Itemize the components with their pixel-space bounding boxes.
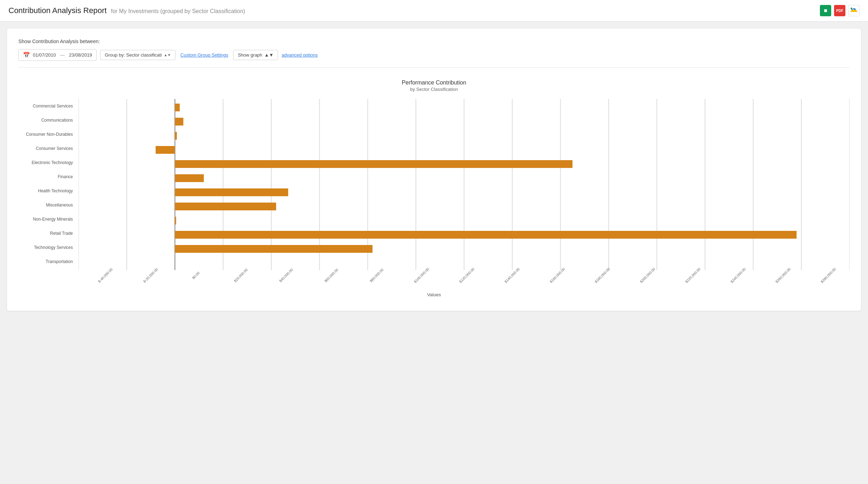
date-end: 23/08/2019 — [69, 52, 92, 58]
y-axis-label: Health Technology — [18, 184, 76, 198]
y-axis-label: Consumer Services — [18, 141, 76, 156]
svg-rect-26 — [175, 217, 176, 224]
y-axis-label: Consumer Non-Durables — [18, 127, 76, 141]
y-axis-label: Transportation — [18, 255, 76, 269]
date-separator: — — [59, 52, 66, 58]
main-content: Show Contribution Analysis between: 📅 01… — [0, 22, 868, 318]
svg-rect-25 — [175, 203, 276, 210]
svg-rect-23 — [175, 174, 204, 182]
pdf-export-button[interactable]: PDF — [834, 5, 845, 16]
group-by-arrow-icon: ▲▼ — [164, 53, 171, 57]
svg-rect-18 — [175, 104, 180, 111]
filter-row: 📅 01/07/2010 — 23/08/2019 Group by: Sect… — [18, 49, 850, 61]
show-graph-label: Show graph — [238, 52, 262, 58]
svg-rect-19 — [175, 118, 184, 126]
header: Contribution Analysis Report for My Inve… — [0, 0, 868, 22]
chart-svg — [79, 99, 850, 270]
report-card: Show Contribution Analysis between: 📅 01… — [7, 29, 861, 311]
chart-title: Performance Contribution — [18, 80, 850, 86]
y-axis-label: Commercial Services — [18, 99, 76, 113]
y-axis-label: Miscellaneous — [18, 198, 76, 212]
y-axis-label: Communications — [18, 113, 76, 127]
chart-container: Performance Contribution by Sector Class… — [18, 76, 850, 301]
chart-bars-area — [79, 99, 850, 271]
custom-group-settings-button[interactable]: Custom Group Settings — [179, 50, 230, 60]
x-axis-labels: $-40,000.00$-20,000.00$0.00$20,000.00$40… — [81, 273, 850, 278]
show-graph-select[interactable]: Show graph ▲▼ — [233, 50, 278, 60]
advanced-options-button[interactable]: advanced options — [282, 52, 318, 58]
svg-rect-27 — [175, 231, 797, 239]
x-axis-title: Values — [18, 292, 850, 297]
chart-subtitle: by Sector Classification — [18, 87, 850, 92]
y-axis-label: Technology Services — [18, 240, 76, 255]
group-by-select[interactable]: Group by: Sector classificati ▲▼ — [100, 50, 175, 60]
date-start: 01/07/2010 — [33, 52, 56, 58]
sheets-export-button[interactable]: ■ — [820, 5, 831, 16]
drive-export-button[interactable] — [848, 5, 860, 16]
svg-rect-22 — [175, 160, 573, 168]
y-axis-label: Electronic Technology — [18, 156, 76, 170]
calendar-icon: 📅 — [23, 52, 30, 58]
group-by-label: Group by: Sector classificati — [105, 52, 162, 58]
y-axis-label: Retail Trade — [18, 226, 76, 240]
y-axis-label: Finance — [18, 170, 76, 184]
y-axis-label: Non-Energy Minerals — [18, 212, 76, 226]
export-icons: ■ PDF — [820, 5, 860, 16]
date-range-picker[interactable]: 📅 01/07/2010 — 23/08/2019 — [18, 49, 97, 61]
y-axis-labels: Commercial ServicesCommunicationsConsume… — [18, 99, 79, 269]
page-title: Contribution Analysis Report for My Inve… — [8, 6, 245, 15]
svg-rect-24 — [175, 188, 288, 196]
svg-rect-28 — [175, 245, 373, 253]
show-graph-arrow-icon: ▲▼ — [265, 52, 274, 58]
svg-rect-20 — [175, 132, 177, 140]
svg-rect-21 — [156, 146, 175, 154]
filter-label: Show Contribution Analysis between: — [18, 39, 850, 44]
divider — [18, 67, 850, 68]
